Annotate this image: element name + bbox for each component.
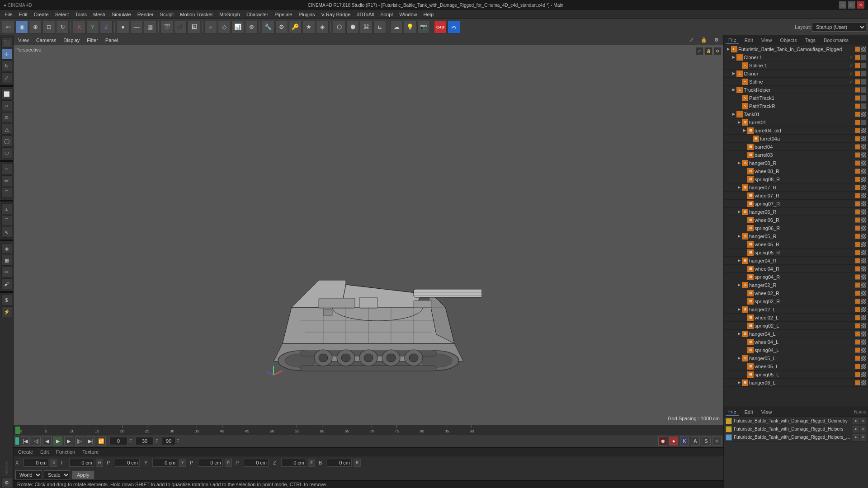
obj-gray-dot-7[interactable] bbox=[861, 103, 866, 109]
tab-bookmarks[interactable]: Bookmarks bbox=[821, 37, 851, 44]
object-row-32[interactable]: ▶⊞hanger02_L bbox=[724, 305, 868, 314]
render-region[interactable]: ⬛ bbox=[174, 21, 187, 33]
obj-arrow-41[interactable]: ▶ bbox=[736, 380, 742, 385]
auto-key[interactable]: K bbox=[680, 436, 689, 446]
obj-checker-dot-19[interactable] bbox=[861, 201, 866, 206]
tool-rotate[interactable]: ↻ bbox=[1, 61, 12, 71]
minimize-button[interactable]: − bbox=[839, 1, 846, 9]
obj-check-2[interactable]: ✓ bbox=[848, 62, 854, 69]
tool-sphere[interactable]: ○ bbox=[1, 100, 12, 111]
object-row-41[interactable]: ▶⊞hanger06_L bbox=[724, 379, 868, 387]
plugin2[interactable]: ⚙ bbox=[275, 21, 288, 33]
tool-cylinder[interactable]: ⊙ bbox=[1, 112, 12, 123]
sky-btn[interactable]: ☁ bbox=[390, 21, 403, 33]
attr-icon1-0[interactable]: ● bbox=[853, 418, 859, 424]
obj-color-dot-19[interactable] bbox=[855, 201, 860, 206]
object-row-7[interactable]: ∿PathTrackR bbox=[724, 102, 868, 110]
obj-arrow-20[interactable]: ▶ bbox=[736, 209, 742, 215]
prev-key-button[interactable]: ◁| bbox=[32, 436, 41, 446]
obj-arrow-32[interactable]: ▶ bbox=[736, 307, 742, 312]
tool-move[interactable]: ✛ bbox=[1, 49, 12, 60]
object-row-23[interactable]: ▶⊞hanger05_R bbox=[724, 232, 868, 240]
poly-mode[interactable]: ▦ bbox=[144, 21, 156, 33]
obj-checker-dot-26[interactable] bbox=[861, 258, 866, 263]
obj-checker-dot-13[interactable] bbox=[861, 152, 866, 158]
menu-create[interactable]: Create bbox=[31, 11, 52, 18]
obj-checker-dot-28[interactable] bbox=[861, 274, 866, 280]
live-selection[interactable]: ◉ bbox=[15, 21, 28, 33]
function-button[interactable]: Function bbox=[53, 448, 78, 455]
sweep-btn[interactable]: ⌘ bbox=[360, 21, 373, 33]
obj-color-dot-5[interactable] bbox=[855, 87, 860, 93]
apply-button[interactable]: Apply bbox=[72, 470, 94, 479]
tool-knife[interactable]: ✂ bbox=[1, 267, 12, 277]
obj-color-dot-20[interactable] bbox=[855, 209, 860, 215]
object-row-1[interactable]: ▶LCloner.1✓ bbox=[724, 53, 868, 61]
obj-checker-dot-21[interactable] bbox=[861, 217, 866, 223]
x-pos-input[interactable] bbox=[24, 459, 48, 467]
frame-start-button[interactable]: |◀ bbox=[21, 436, 30, 446]
obj-checker-dot-29[interactable] bbox=[861, 282, 866, 288]
edge-mode[interactable]: — bbox=[130, 21, 143, 33]
obj-color-dot-16[interactable] bbox=[855, 177, 860, 182]
attr-row-0[interactable]: Futuristic_Battle_Tank_with_Damage_Rigge… bbox=[724, 417, 868, 425]
object-row-18[interactable]: ⊞wheel07_R bbox=[724, 192, 868, 200]
object-row-31[interactable]: ⊞spring02_R bbox=[724, 297, 868, 305]
object-row-8[interactable]: ▶LTank01 bbox=[724, 110, 868, 118]
obj-color-dot-2[interactable] bbox=[855, 63, 860, 68]
menu-mograph[interactable]: MoGraph bbox=[217, 11, 243, 18]
timeline-playhead[interactable] bbox=[15, 427, 20, 434]
b-rot-input[interactable] bbox=[327, 459, 352, 467]
obj-gray-dot-4[interactable] bbox=[861, 79, 866, 84]
boole-btn[interactable]: ⬡ bbox=[333, 21, 345, 33]
tool-material[interactable]: ◈ bbox=[1, 243, 12, 254]
menu-file[interactable]: File bbox=[2, 11, 15, 18]
obj-checker-dot-12[interactable] bbox=[861, 144, 866, 150]
menu-edit[interactable]: Edit bbox=[16, 11, 30, 18]
record-active[interactable]: ● bbox=[669, 436, 678, 446]
timeline-btn[interactable]: 📊 bbox=[231, 21, 244, 33]
edit-button[interactable]: Edit bbox=[38, 448, 52, 455]
obj-checker-dot-40[interactable] bbox=[861, 372, 866, 377]
object-row-36[interactable]: ⊞wheel04_L bbox=[724, 338, 868, 346]
obj-color-dot-10[interactable] bbox=[855, 128, 860, 133]
obj-color-dot-8[interactable] bbox=[855, 112, 860, 117]
tool-pen[interactable]: ✏ bbox=[1, 175, 12, 186]
object-row-22[interactable]: ⊞spring06_R bbox=[724, 224, 868, 232]
loft-btn[interactable]: ⊾ bbox=[373, 21, 386, 33]
x-axis[interactable]: X bbox=[73, 21, 85, 33]
obj-color-dot-34[interactable] bbox=[855, 323, 860, 328]
y-pos-input[interactable] bbox=[152, 459, 177, 467]
obj-arrow-17[interactable]: ▶ bbox=[736, 185, 742, 190]
obj-arrow-0[interactable]: ▶ bbox=[726, 47, 731, 52]
menu-help[interactable]: Help bbox=[420, 11, 436, 18]
obj-gray-dot-3[interactable] bbox=[861, 71, 866, 76]
obj-arrow-14[interactable]: ▶ bbox=[736, 160, 742, 166]
obj-arrow-5[interactable]: ▶ bbox=[731, 87, 736, 93]
obj-checker-dot-39[interactable] bbox=[861, 364, 866, 369]
object-row-28[interactable]: ⊞spring04_R bbox=[724, 273, 868, 281]
y-axis[interactable]: Y bbox=[86, 21, 99, 33]
key-all[interactable]: A bbox=[691, 436, 700, 446]
obj-color-dot-7[interactable] bbox=[855, 103, 860, 109]
menu-pipeline[interactable]: Pipeline bbox=[272, 11, 295, 18]
menu-plugins[interactable]: Plugins bbox=[296, 11, 317, 18]
timeline-expand[interactable]: ⊕ bbox=[712, 436, 722, 446]
point-mode[interactable]: ● bbox=[117, 21, 129, 33]
obj-color-dot-18[interactable] bbox=[855, 193, 860, 198]
vp-menu-view[interactable]: View bbox=[15, 37, 32, 44]
obj-checker-dot-36[interactable] bbox=[861, 339, 866, 345]
attr-tab-file[interactable]: File bbox=[726, 408, 739, 416]
plugin4[interactable]: ★ bbox=[302, 21, 315, 33]
menu-motion-tracker[interactable]: Motion Tracker bbox=[177, 11, 216, 18]
render-picture[interactable]: 🖼 bbox=[188, 21, 200, 33]
h-rot-input[interactable] bbox=[69, 459, 94, 467]
obj-checker-dot-32[interactable] bbox=[861, 307, 866, 312]
object-row-34[interactable]: ⊞spring02_L bbox=[724, 322, 868, 330]
tool-disc[interactable]: ⬭ bbox=[1, 147, 12, 158]
obj-color-dot-38[interactable] bbox=[855, 356, 860, 361]
obj-check-1[interactable]: ✓ bbox=[848, 54, 854, 61]
object-row-37[interactable]: ⊞spring04_L bbox=[724, 346, 868, 354]
tool-bend[interactable]: ⌒ bbox=[1, 215, 12, 226]
obj-checker-dot-18[interactable] bbox=[861, 193, 866, 198]
